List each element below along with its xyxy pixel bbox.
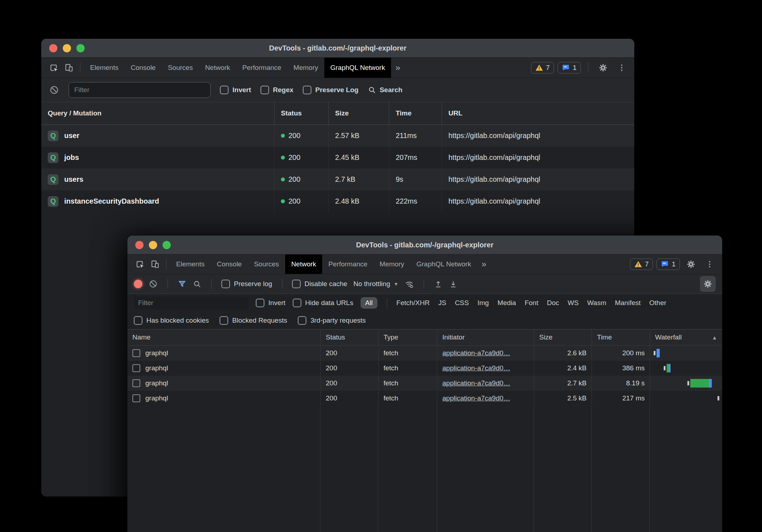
type-filter-ws[interactable]: WS [568,299,579,307]
title-bar[interactable]: DevTools - gitlab.com/-/graphql-explorer [41,39,634,58]
tab-graphql-network[interactable]: GraphQL Network [324,58,391,78]
search-button[interactable] [193,280,202,289]
throttling-select[interactable]: No throttling ▼ [353,280,398,288]
type-filter-js[interactable]: JS [438,299,446,307]
column-header-time[interactable]: Time [592,329,650,345]
issues-badge[interactable]: 1 [558,62,581,73]
more-tabs-button[interactable]: » [391,63,404,73]
inspect-element-button[interactable] [46,61,61,75]
filter-input[interactable] [69,82,211,98]
warnings-badge[interactable]: 7 [630,258,653,270]
block-icon[interactable] [49,85,59,95]
network-filter-input[interactable] [134,296,249,309]
initiator-link[interactable]: application-a7ca9d0… [442,394,510,402]
request-row[interactable]: graphql200fetchapplication-a7ca9d0…2.5 k… [127,391,722,406]
column-header-status[interactable]: Status [320,329,378,345]
checkbox-disable-cache[interactable]: Disable cache [292,280,347,288]
clear-button[interactable] [149,279,158,289]
export-har-button[interactable] [449,280,458,289]
tab-memory[interactable]: Memory [373,255,410,274]
record-button[interactable] [134,280,142,288]
network-conditions-button[interactable] [404,279,414,289]
column-header-time[interactable]: Time [389,102,442,124]
device-toolbar-button[interactable] [147,257,163,271]
row-checkbox[interactable] [132,349,140,357]
type-filter-fetch-xhr[interactable]: Fetch/XHR [396,299,430,307]
type-filter-doc[interactable]: Doc [547,299,559,307]
tab-console[interactable]: Console [124,58,162,78]
checkbox-invert[interactable]: Invert [256,299,286,307]
column-header-size[interactable]: Size [534,329,592,345]
query-row[interactable]: QinstanceSecurityDashboard2002.48 kB222m… [41,190,634,212]
search-button[interactable]: Search [368,86,402,94]
checkbox-hide-data-urls[interactable]: Hide data URLs [293,299,353,307]
tab-memory[interactable]: Memory [287,58,324,78]
close-button[interactable] [49,44,57,52]
minimize-button[interactable] [63,44,71,52]
inspect-element-button[interactable] [132,257,147,271]
type-filter-media[interactable]: Media [498,299,516,307]
request-row[interactable]: graphql200fetchapplication-a7ca9d0…2.6 k… [127,346,722,361]
checkbox-preserve-log[interactable]: Preserve log [221,280,272,288]
kebab-icon [617,63,626,72]
type-filter-img[interactable]: Img [478,299,489,307]
checkbox-blocked-requests[interactable]: Blocked Requests [220,316,287,325]
tab-sources[interactable]: Sources [162,58,199,78]
import-har-button[interactable] [434,280,443,289]
settings-button[interactable] [596,61,611,75]
tab-sources[interactable]: Sources [248,255,285,274]
type-filter-wasm[interactable]: Wasm [587,299,606,307]
device-toolbar-button[interactable] [61,61,76,75]
row-checkbox[interactable] [132,379,140,387]
type-filter-manifest[interactable]: Manifest [615,299,641,307]
filter-toggle-button[interactable] [178,280,187,289]
menu-button[interactable] [702,257,717,271]
column-header-waterfall[interactable]: Waterfall▲ [650,329,722,345]
network-settings-button[interactable] [700,276,716,292]
type-filter-css[interactable]: CSS [455,299,469,307]
column-header-size[interactable]: Size [328,102,389,124]
type-filter-other[interactable]: Other [649,299,667,307]
more-tabs-button[interactable]: » [477,259,490,269]
type-filter-font[interactable]: Font [525,299,538,307]
minimize-button[interactable] [149,241,157,249]
checkbox-3rd-party-requests[interactable]: 3rd-party requests [298,316,366,325]
column-header-type[interactable]: Type [378,329,437,345]
column-header-initiator[interactable]: Initiator [437,329,534,345]
row-checkbox[interactable] [132,394,140,402]
request-row[interactable]: graphql200fetchapplication-a7ca9d0…2.4 k… [127,361,722,376]
column-header-status[interactable]: Status [274,102,328,124]
tab-performance[interactable]: Performance [236,58,287,78]
checkbox-regex[interactable]: Regex [260,86,293,94]
column-header-name[interactable]: Name [127,329,320,345]
tab-graphql-network[interactable]: GraphQL Network [410,255,477,274]
tab-console[interactable]: Console [211,255,248,274]
row-checkbox[interactable] [132,364,140,372]
checkbox-has-blocked-cookies[interactable]: Has blocked cookies [134,316,209,325]
column-header-url[interactable]: URL [442,102,634,124]
zoom-button[interactable] [76,44,85,52]
close-button[interactable] [135,241,144,249]
warnings-badge[interactable]: 7 [531,62,554,73]
issues-badge[interactable]: 1 [657,258,680,270]
tab-elements[interactable]: Elements [84,58,124,78]
type-filter-all[interactable]: All [361,297,377,309]
query-row[interactable]: Qusers2002.7 kB9shttps://gitlab.com/api/… [41,168,634,190]
title-bar[interactable]: DevTools - gitlab.com/-/graphql-explorer [127,236,722,255]
query-row[interactable]: Quser2002.57 kB211mshttps://gitlab.com/a… [41,125,634,147]
column-header-query-mutation[interactable]: Query / Mutation [41,102,274,124]
request-row[interactable]: graphql200fetchapplication-a7ca9d0…2.7 k… [127,376,722,391]
tab-elements[interactable]: Elements [170,255,211,274]
tab-performance[interactable]: Performance [322,255,373,274]
menu-button[interactable] [614,61,629,75]
initiator-link[interactable]: application-a7ca9d0… [442,349,510,357]
checkbox-invert[interactable]: Invert [220,86,251,94]
zoom-button[interactable] [163,241,171,249]
query-row[interactable]: Qjobs2002.45 kB207mshttps://gitlab.com/a… [41,147,634,168]
settings-button[interactable] [683,257,698,271]
initiator-link[interactable]: application-a7ca9d0… [442,379,510,387]
checkbox-preserve-log[interactable]: Preserve Log [303,86,358,94]
tab-network[interactable]: Network [285,255,323,274]
tab-network[interactable]: Network [199,58,236,78]
initiator-link[interactable]: application-a7ca9d0… [442,364,510,372]
